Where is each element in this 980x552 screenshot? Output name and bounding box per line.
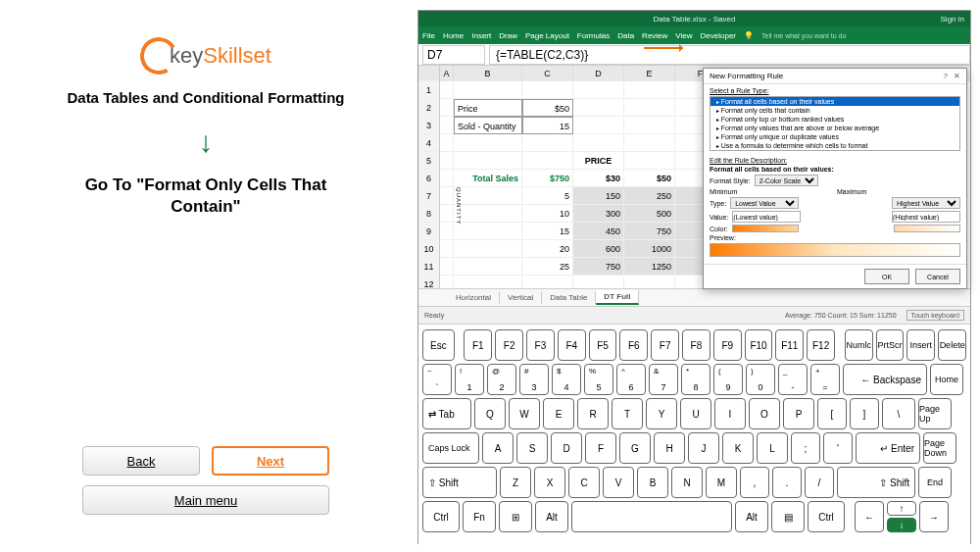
rule-item-unique-dup[interactable]: Format only unique or duplicate values bbox=[710, 132, 959, 141]
key-p[interactable]: P bbox=[783, 398, 814, 429]
key-s[interactable]: S bbox=[516, 432, 548, 464]
key-e[interactable]: E bbox=[543, 398, 574, 429]
key-prtscr[interactable]: PrtScr bbox=[876, 329, 905, 361]
key-b[interactable]: B bbox=[637, 467, 668, 498]
max-value-input[interactable] bbox=[892, 211, 960, 223]
formula-bar[interactable]: {=TABLE(C2,C3)} bbox=[489, 45, 970, 65]
touch-keyboard-button[interactable]: Touch keyboard bbox=[906, 310, 964, 321]
main-menu-button[interactable]: Main menu bbox=[82, 485, 329, 515]
ribbon-home[interactable]: Home bbox=[443, 31, 464, 40]
dialog-ok-button[interactable]: OK bbox=[864, 269, 909, 284]
max-type-select[interactable]: Highest Value bbox=[892, 197, 960, 209]
key-ralt[interactable]: Alt bbox=[735, 501, 768, 532]
dialog-help-icon[interactable]: ? bbox=[944, 72, 948, 80]
key-f3[interactable]: F3 bbox=[526, 329, 555, 361]
key-9[interactable]: (9 bbox=[713, 364, 743, 395]
key-6[interactable]: ^6 bbox=[616, 364, 646, 395]
rule-item-cells-contain[interactable]: Format only cells that contain bbox=[710, 106, 959, 115]
key-right[interactable]: → bbox=[919, 501, 949, 532]
key-8[interactable]: *8 bbox=[681, 364, 710, 395]
key-a[interactable]: A bbox=[482, 432, 514, 464]
key-home[interactable]: Home bbox=[930, 364, 963, 395]
key-f9[interactable]: F9 bbox=[713, 329, 742, 361]
key-c[interactable]: C bbox=[568, 467, 600, 498]
rule-item-top-bottom[interactable]: Format only top or bottom ranked values bbox=[710, 115, 959, 124]
ribbon-review[interactable]: Review bbox=[642, 31, 667, 40]
key-k[interactable]: K bbox=[722, 432, 754, 464]
ribbon-draw[interactable]: Draw bbox=[499, 31, 517, 40]
key-insert[interactable]: Insert bbox=[906, 329, 935, 361]
key-n[interactable]: N bbox=[671, 467, 703, 498]
ribbon-developer[interactable]: Developer bbox=[701, 31, 736, 40]
dialog-close-icon[interactable]: ✕ bbox=[954, 72, 960, 80]
ribbon-file[interactable]: File bbox=[422, 31, 435, 40]
key-backtick[interactable]: ~` bbox=[422, 364, 452, 395]
key-enter[interactable]: ↵ Enter bbox=[856, 432, 920, 464]
key-4[interactable]: $4 bbox=[552, 364, 581, 395]
key-m[interactable]: M bbox=[706, 467, 737, 498]
min-type-select[interactable]: Lowest Value bbox=[730, 197, 799, 209]
name-box[interactable] bbox=[422, 45, 485, 65]
key-w[interactable]: W bbox=[509, 398, 540, 429]
key-semicolon[interactable]: ; bbox=[791, 432, 820, 464]
key-win[interactable]: ⊞ bbox=[499, 501, 532, 532]
key-i[interactable]: I bbox=[714, 398, 746, 429]
back-button[interactable]: Back bbox=[82, 446, 200, 476]
key-h[interactable]: H bbox=[654, 432, 685, 464]
format-style-select[interactable]: 2-Color Scale bbox=[755, 175, 818, 186]
key-menu[interactable]: ▤ bbox=[771, 501, 805, 532]
key-x[interactable]: X bbox=[534, 467, 565, 498]
key-f7[interactable]: F7 bbox=[651, 329, 679, 361]
key-slash[interactable]: / bbox=[805, 467, 834, 498]
key-y[interactable]: Y bbox=[646, 398, 677, 429]
rule-item-above-below[interactable]: Format only values that are above or bel… bbox=[710, 124, 959, 132]
ribbon-insert[interactable]: Insert bbox=[471, 31, 491, 40]
key-l[interactable]: L bbox=[757, 432, 788, 464]
key-lalt[interactable]: Alt bbox=[535, 501, 568, 532]
key-v[interactable]: V bbox=[603, 467, 634, 498]
key-f1[interactable]: F1 bbox=[464, 329, 492, 361]
key-f10[interactable]: F10 bbox=[745, 329, 773, 361]
key-f8[interactable]: F8 bbox=[682, 329, 710, 361]
key-pageup[interactable]: Page Up bbox=[918, 398, 952, 429]
key-f5[interactable]: F5 bbox=[589, 329, 617, 361]
tell-me[interactable]: Tell me what you want to do bbox=[761, 32, 846, 39]
tab-dt-full[interactable]: DT Full bbox=[596, 290, 639, 305]
rule-type-list[interactable]: Format all cells based on their values F… bbox=[710, 96, 960, 151]
key-u[interactable]: U bbox=[680, 398, 711, 429]
key-f4[interactable]: F4 bbox=[558, 329, 586, 361]
key-rctrl[interactable]: Ctrl bbox=[808, 501, 845, 532]
key-z[interactable]: Z bbox=[500, 467, 531, 498]
rule-item-formula[interactable]: Use a formula to determine which cells t… bbox=[710, 141, 959, 150]
key-rshift[interactable]: ⇧ Shift bbox=[837, 467, 915, 498]
key-f11[interactable]: F11 bbox=[775, 329, 804, 361]
tab-horizontal[interactable]: Horizontal bbox=[448, 291, 500, 304]
key-down[interactable]: ↓ bbox=[887, 518, 916, 532]
signin-link[interactable]: Sign in bbox=[941, 15, 964, 24]
key-2[interactable]: @2 bbox=[487, 364, 516, 395]
key-f[interactable]: F bbox=[585, 432, 616, 464]
ribbon-view[interactable]: View bbox=[675, 31, 692, 40]
key-numlock[interactable]: Numlc bbox=[845, 329, 873, 361]
key-5[interactable]: %5 bbox=[584, 364, 613, 395]
key-pagedown[interactable]: Page Down bbox=[923, 432, 956, 464]
key-delete[interactable]: Delete bbox=[938, 329, 966, 361]
key-lbracket[interactable]: [ bbox=[817, 398, 847, 429]
key-lshift[interactable]: ⇧ Shift bbox=[422, 467, 497, 498]
max-color-picker[interactable] bbox=[894, 225, 960, 232]
key-end[interactable]: End bbox=[918, 467, 952, 498]
min-color-picker[interactable] bbox=[732, 225, 799, 232]
key-rbracket[interactable]: ] bbox=[850, 398, 879, 429]
key-t[interactable]: T bbox=[612, 398, 643, 429]
key-capslock[interactable]: Caps Lock bbox=[422, 432, 479, 464]
rule-item-all-values[interactable]: Format all cells based on their values bbox=[710, 97, 959, 106]
key-left[interactable]: ← bbox=[855, 501, 884, 532]
key-minus[interactable]: _- bbox=[778, 364, 808, 395]
key-r[interactable]: R bbox=[577, 398, 609, 429]
ribbon-pagelayout[interactable]: Page Layout bbox=[525, 31, 569, 40]
ribbon-formulas[interactable]: Formulas bbox=[577, 31, 610, 40]
key-0[interactable]: )0 bbox=[746, 364, 775, 395]
key-1[interactable]: !1 bbox=[455, 364, 484, 395]
key-up[interactable]: ↑ bbox=[887, 501, 916, 516]
key-quote[interactable]: ' bbox=[823, 432, 853, 464]
